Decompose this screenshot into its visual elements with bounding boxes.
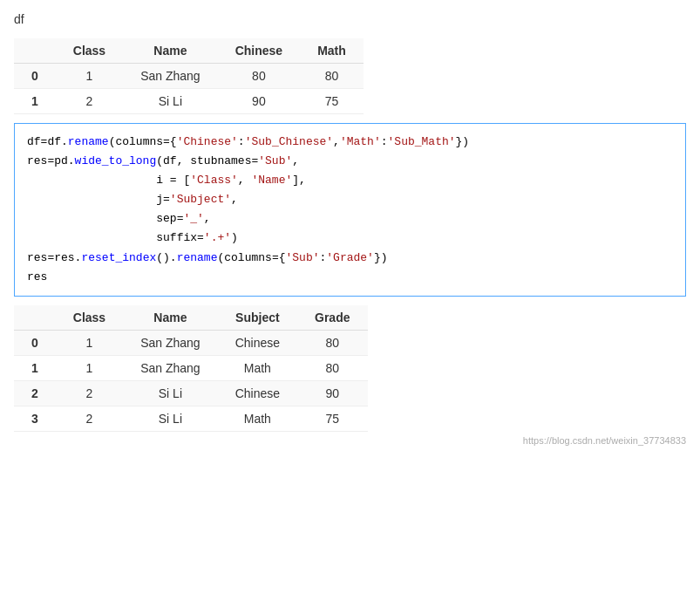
code-line-3: i = ['Class', 'Name'], xyxy=(27,171,673,190)
second-table-name: San Zhang xyxy=(123,330,218,355)
first-table-header-row: Class Name Chinese Math xyxy=(14,38,364,64)
first-table-th-chinese: Chinese xyxy=(218,38,300,64)
watermark: https://blog.csdn.net/weixin_37734833 xyxy=(0,432,700,449)
first-table-chinese: 90 xyxy=(218,89,300,114)
first-table-row: 1 2 Si Li 90 75 xyxy=(14,89,364,114)
first-table-math: 75 xyxy=(300,89,364,114)
first-table-math: 80 xyxy=(300,64,364,89)
first-table-index: 0 xyxy=(14,64,56,89)
second-table: Class Name Subject Grade 0 1 San Zhang C… xyxy=(14,305,368,432)
second-table-class: 1 xyxy=(56,330,123,355)
second-table-grade: 80 xyxy=(297,355,367,380)
first-table-name: San Zhang xyxy=(123,64,218,89)
second-table-subject: Math xyxy=(218,355,297,380)
code-line-6: suffix='.+') xyxy=(27,229,673,248)
second-table-class: 2 xyxy=(56,380,123,406)
second-table-th-name: Name xyxy=(123,305,218,331)
first-table-row: 0 1 San Zhang 80 80 xyxy=(14,64,364,89)
second-table-header-row: Class Name Subject Grade xyxy=(14,305,368,331)
second-table-grade: 80 xyxy=(297,330,367,355)
second-table-th-class: Class xyxy=(56,305,123,331)
code-line-4: j='Subject', xyxy=(27,190,673,209)
first-table-chinese: 80 xyxy=(218,64,300,89)
first-table-th-name: Name xyxy=(123,38,218,64)
second-table-subject: Chinese xyxy=(218,380,297,406)
code-block[interactable]: df=df.rename(columns={'Chinese':'Sub_Chi… xyxy=(14,123,686,297)
second-table-index: 1 xyxy=(14,355,56,380)
second-table-th-subject: Subject xyxy=(218,305,297,331)
second-table-class: 2 xyxy=(56,406,123,431)
second-table-grade: 75 xyxy=(297,406,367,431)
df-label: df xyxy=(14,12,686,26)
second-table-th-grade: Grade xyxy=(297,305,367,331)
second-table-subject: Chinese xyxy=(218,330,297,355)
second-table-index: 2 xyxy=(14,380,56,406)
second-table-th-index xyxy=(14,305,56,331)
second-table-subject: Math xyxy=(218,406,297,431)
result-section: Class Name Subject Grade 0 1 San Zhang C… xyxy=(0,305,700,432)
second-table-row: 1 1 San Zhang Math 80 xyxy=(14,355,368,380)
second-table-class: 1 xyxy=(56,355,123,380)
first-table-th-class: Class xyxy=(56,38,123,64)
first-table-name: Si Li xyxy=(123,89,218,114)
first-table-section: Class Name Chinese Math 0 1 San Zhang 80… xyxy=(0,38,700,114)
code-line-5: sep='_', xyxy=(27,209,673,229)
second-table-name: Si Li xyxy=(123,380,218,406)
second-table-grade: 90 xyxy=(297,380,367,406)
code-section: df=df.rename(columns={'Chinese':'Sub_Chi… xyxy=(0,123,700,297)
code-line-8: res xyxy=(27,268,673,287)
second-table-index: 0 xyxy=(14,330,56,355)
code-line-7: res=res.reset_index().rename(columns={'S… xyxy=(27,249,673,268)
top-section: df xyxy=(0,9,700,38)
second-table-index: 3 xyxy=(14,406,56,431)
first-table-class: 2 xyxy=(56,89,123,114)
code-line-2: res=pd.wide_to_long(df, stubnames='Sub', xyxy=(27,152,673,171)
second-table-name: Si Li xyxy=(123,406,218,431)
second-table-row: 2 2 Si Li Chinese 90 xyxy=(14,380,368,406)
first-table-th-math: Math xyxy=(300,38,364,64)
second-table-row: 0 1 San Zhang Chinese 80 xyxy=(14,330,368,355)
second-table-row: 3 2 Si Li Math 75 xyxy=(14,406,368,431)
first-table-index: 1 xyxy=(14,89,56,114)
first-table: Class Name Chinese Math 0 1 San Zhang 80… xyxy=(14,38,364,114)
first-table-class: 1 xyxy=(56,64,123,89)
second-table-name: San Zhang xyxy=(123,355,218,380)
first-table-th-index xyxy=(14,38,56,64)
code-line-1: df=df.rename(columns={'Chinese':'Sub_Chi… xyxy=(27,133,673,152)
